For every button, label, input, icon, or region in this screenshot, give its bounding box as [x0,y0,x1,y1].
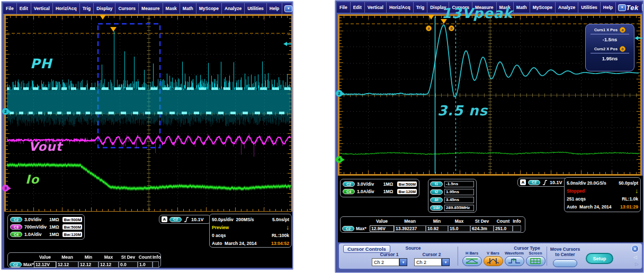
channel-3-marker[interactable]: 3 [2,185,9,192]
channel-readout-row[interactable]: C41.0A/div1MΩBw:120M [10,231,82,238]
right-channel-readouts[interactable]: C23.0V/div1MΩBw:500MC41.0A/div1MΩBw:120M [340,179,419,197]
menu-item-cursors[interactable]: Cursors [115,3,139,14]
menu-item-measure[interactable]: Measure [139,3,163,14]
menu-item-edit[interactable]: Edit [351,2,365,13]
menu-item-analyze[interactable]: Analyze [222,3,245,14]
channel-badge[interactable]: C3 [10,224,22,230]
close-panel-button[interactable]: X [631,245,639,252]
menu-overflow-button[interactable]: ▼ [284,5,292,12]
channel-4-marker[interactable]: 4 [336,156,343,163]
cursor-type-label: Cursor Type [498,245,556,251]
chevron-down-icon[interactable]: ▼ [399,258,407,266]
cursor1-source-select[interactable]: Ch 2 ▼ [372,258,407,266]
channel-badge[interactable]: C4 [343,189,355,194]
meas-cell: 12.12V [34,261,56,268]
cursor-type-button[interactable] [484,256,503,266]
trigger-level-arrow[interactable] [634,36,642,40]
menu-item-edit[interactable]: Edit [17,3,31,14]
cursor-table-value: 1.95ns [444,189,474,195]
cursor-type-v-bars[interactable]: V Bars [483,251,503,266]
right-scope-window: FileEditVerticalHoriz/AcqTrigDisplayCurs… [335,0,644,273]
cursor-type-button[interactable] [505,256,524,266]
tek-logo: Tek [292,5,293,13]
cursor1-source-value[interactable]: Ch 2 [372,258,399,266]
cursor-values-table: t1-1.5nst21.95nsΔt3.45ns1/Δt289.855MHz [428,179,477,213]
meas-cell [153,261,159,268]
channel-bandwidth: Bw:500M [62,217,82,222]
move-cursors-button[interactable] [553,259,577,267]
cursor-type-button[interactable] [526,256,545,266]
menu-item-math[interactable]: Math [514,2,530,13]
menu-item-horizacq[interactable]: Horiz/Acq [53,3,80,14]
cursor-controls-panel: Cursor Controls Source Cursor 1 Ch 2 ▼ C… [338,242,643,270]
channel-readout-row[interactable]: C23.0V/div1MΩBw:500M [343,180,417,188]
menu-item-trig[interactable]: Trig [80,3,94,14]
channel-badge[interactable]: C4 [10,232,22,237]
trigger-point-marker [110,27,117,32]
curs1-x-pos-value: -1.5ns [589,35,630,42]
channel-bandwidth: Bw:120M [397,189,417,194]
channel-impedance: 1MΩ [49,232,61,237]
trigger-mode-badge: A [162,216,167,222]
meas-cell: 13.392237 [394,225,426,232]
minimize-button[interactable]: – [642,4,644,11]
channel-readout-row[interactable]: C3700mV/div1MΩBw:500M [10,223,82,231]
cursor2-source-select[interactable]: Ch 2 ▼ [414,258,450,266]
menu-item-myscope[interactable]: MyScope [530,2,556,13]
channel-scale: 1.0A/div [357,189,381,194]
channel-readout-row[interactable]: C41.0A/div1MΩBw:120M [343,188,417,195]
channel-impedance: 1MΩ [383,189,396,194]
trigger-position-marker[interactable] [100,15,106,20]
menu-item-utilities[interactable]: Utilities [245,3,267,14]
left-channel-readouts[interactable]: C23.0V/div1MΩBw:500MC3700mV/div1MΩBw:500… [7,214,85,240]
meas-header: Max [448,219,470,224]
menu-item-mask[interactable]: Mask [163,3,180,14]
menu-item-utilities[interactable]: Utilities [578,2,601,13]
trigger-position-marker[interactable] [428,15,434,20]
cursor-table-badge: t1 [430,181,443,187]
cursor1-label: Cursor 1 [368,252,410,257]
menu-item-help[interactable]: Help [267,3,282,14]
menu-item-file[interactable]: File [337,2,351,13]
menu-item-analyze[interactable]: Analyze [556,2,578,13]
menu-item-trig[interactable]: Trig [414,2,428,13]
cursor2-source-value[interactable]: Ch 2 [414,258,442,266]
trigger-mode-badge: A [520,179,526,185]
cursor-type-button[interactable] [462,256,482,266]
next-panel-chevron[interactable]: ▷ [635,262,639,267]
chevron-down-icon[interactable]: ▼ [442,258,450,266]
prev-panel-chevron[interactable]: ◁ [633,255,637,260]
channel-badge[interactable]: C2 [10,217,22,222]
channel-2-marker[interactable]: 2 [2,108,9,115]
menu-item-display[interactable]: Display [94,3,115,14]
trigger-slope-icon [184,216,189,223]
cursor-type-screen[interactable]: Screen [525,251,545,266]
menu-overflow-button[interactable]: ▼ [618,4,626,11]
cursor-type-waveform[interactable]: Waveform [504,251,524,266]
menu-item-vertical[interactable]: Vertical [31,3,53,14]
left-trigger-readout[interactable]: A C2 10.1V [159,215,211,224]
cursor-type-h-bars[interactable]: H Bars [462,251,482,266]
menu-item-file[interactable]: File [3,3,17,14]
menu-item-myscope[interactable]: MyScope [196,3,222,14]
meas-cell: 12.12 [56,261,78,268]
menu-item-math[interactable]: Math [180,3,196,14]
cursor-a-badge[interactable]: a [426,25,432,31]
meas-name: Max* [356,226,366,231]
right-timebase-readout[interactable]: 5.0ns/div 20.0GS/s50.0ps/pt Stopped↓ 251… [564,177,641,212]
cursor-type-label: Screen [525,251,545,256]
left-menu-bar: FileEditVerticalHoriz/AcqTrigDisplayCurs… [3,3,291,14]
trigger-indicator-arrow: ↓ [286,225,289,230]
menu-item-vertical[interactable]: Vertical [365,2,387,13]
cursor-b-badge[interactable]: b [449,25,454,31]
trigger-level-arrow[interactable] [283,42,291,46]
setup-button[interactable]: Setup [586,253,613,264]
curs2-x-pos-label: Curs2 X Pos [594,47,618,51]
channel-readout-row[interactable]: C23.0V/div1MΩBw:500M [10,216,82,223]
left-timebase-readout[interactable]: 50.0µs/div 200MS/s5.0ns/pt Preview↓ 0 ac… [209,214,292,248]
channel-badge[interactable]: C2 [343,181,355,187]
meas-name: Max* [23,262,34,267]
menu-item-help[interactable]: Help [601,2,616,13]
channel-2-marker[interactable]: 2 [336,90,343,97]
menu-item-horizacq[interactable]: Horiz/Acq [387,2,414,13]
